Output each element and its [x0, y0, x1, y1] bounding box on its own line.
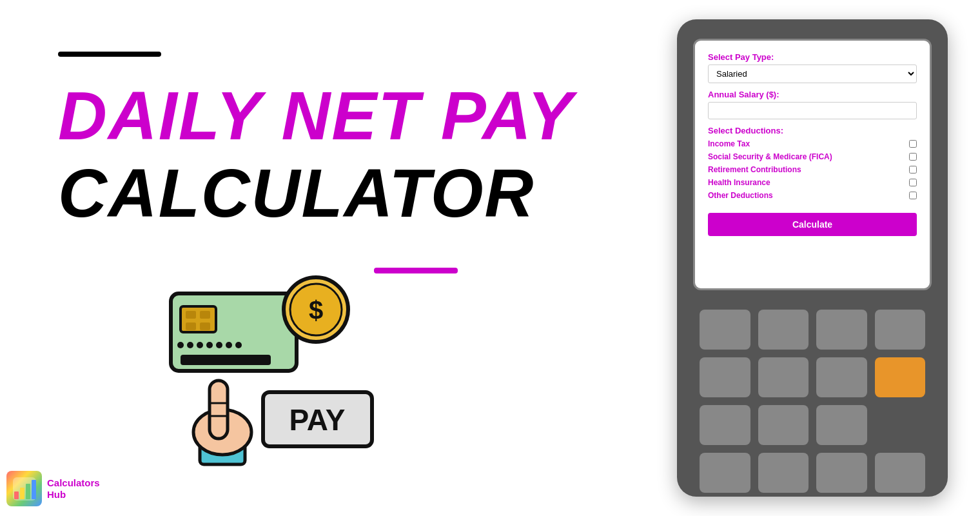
calc-keypad — [693, 303, 932, 499]
deduction-fica: Social Security & Medicare (FICA) — [708, 152, 917, 161]
svg-rect-26 — [20, 488, 24, 499]
pay-illustration: $ PAY — [142, 264, 413, 503]
key-orange[interactable] — [875, 357, 926, 397]
income-tax-checkbox[interactable] — [909, 140, 917, 148]
key-14[interactable] — [875, 453, 926, 493]
logo: Calculators Hub — [6, 471, 100, 506]
title-line2: CALCULATOR — [58, 155, 534, 232]
calculator-screen: Select Pay Type: Salaried Hourly Annual … — [693, 39, 932, 290]
svg-rect-25 — [14, 491, 19, 499]
pay-type-select[interactable]: Salaried Hourly — [708, 64, 917, 83]
deductions-group: Select Deductions: Income Tax Social Sec… — [708, 126, 917, 200]
deductions-label: Select Deductions: — [708, 126, 917, 135]
deduction-income-tax: Income Tax — [708, 139, 917, 148]
calculate-button[interactable]: Calculate — [708, 213, 917, 236]
dollar-coin-icon: $ — [280, 274, 351, 345]
pay-tag-icon: PAY — [261, 390, 374, 448]
annual-salary-label: Annual Salary ($): — [708, 90, 917, 99]
logo-name2: Hub — [47, 489, 100, 501]
key-3[interactable] — [816, 310, 867, 350]
svg-rect-5 — [200, 322, 210, 330]
svg-text:PAY: PAY — [289, 403, 346, 437]
retirement-checkbox[interactable] — [909, 166, 917, 174]
other-deductions-label: Other Deductions — [708, 191, 773, 200]
key-9[interactable] — [758, 405, 809, 445]
logo-text: Calculators Hub — [47, 477, 100, 501]
key-11[interactable] — [700, 453, 750, 493]
logo-icon — [6, 471, 42, 506]
svg-rect-4 — [186, 322, 196, 330]
key-2[interactable] — [758, 310, 809, 350]
key-7[interactable] — [816, 357, 867, 397]
annual-salary-group: Annual Salary ($): — [708, 90, 917, 119]
fica-checkbox[interactable] — [909, 153, 917, 161]
left-section: DAILY NET PAY CALCULATOR — [26, 0, 606, 516]
deduction-other: Other Deductions — [708, 191, 917, 200]
other-deductions-checkbox[interactable] — [909, 192, 917, 199]
fica-label: Social Security & Medicare (FICA) — [708, 152, 832, 161]
income-tax-label: Income Tax — [708, 139, 750, 148]
pay-type-group: Select Pay Type: Salaried Hourly — [708, 52, 917, 83]
key-6[interactable] — [758, 357, 809, 397]
title-line1: DAILY NET PAY — [58, 77, 574, 155]
logo-name1: Calculators — [47, 477, 100, 489]
svg-text:$: $ — [309, 296, 323, 324]
hand-pointer-icon — [177, 342, 274, 471]
key-4[interactable] — [875, 310, 926, 350]
key-10[interactable] — [816, 405, 867, 445]
svg-rect-28 — [32, 480, 36, 499]
key-1[interactable] — [700, 310, 750, 350]
calc-body: Select Pay Type: Salaried Hourly Annual … — [677, 19, 948, 497]
calculator-device: Select Pay Type: Salaried Hourly Annual … — [677, 19, 948, 497]
key-12[interactable] — [758, 453, 809, 493]
retirement-label: Retirement Contributions — [708, 165, 801, 174]
key-13[interactable] — [816, 453, 867, 493]
deduction-health-insurance: Health Insurance — [708, 178, 917, 187]
svg-rect-19 — [210, 381, 228, 439]
key-5[interactable] — [700, 357, 750, 397]
svg-rect-27 — [26, 484, 30, 499]
key-8[interactable] — [700, 405, 750, 445]
health-insurance-checkbox[interactable] — [909, 179, 917, 186]
pay-type-label: Select Pay Type: — [708, 52, 917, 62]
deduction-retirement: Retirement Contributions — [708, 165, 917, 174]
svg-rect-3 — [200, 311, 210, 319]
health-insurance-label: Health Insurance — [708, 178, 770, 187]
svg-rect-2 — [186, 311, 196, 319]
annual-salary-input[interactable] — [708, 102, 917, 119]
black-bar-decoration — [58, 52, 161, 57]
